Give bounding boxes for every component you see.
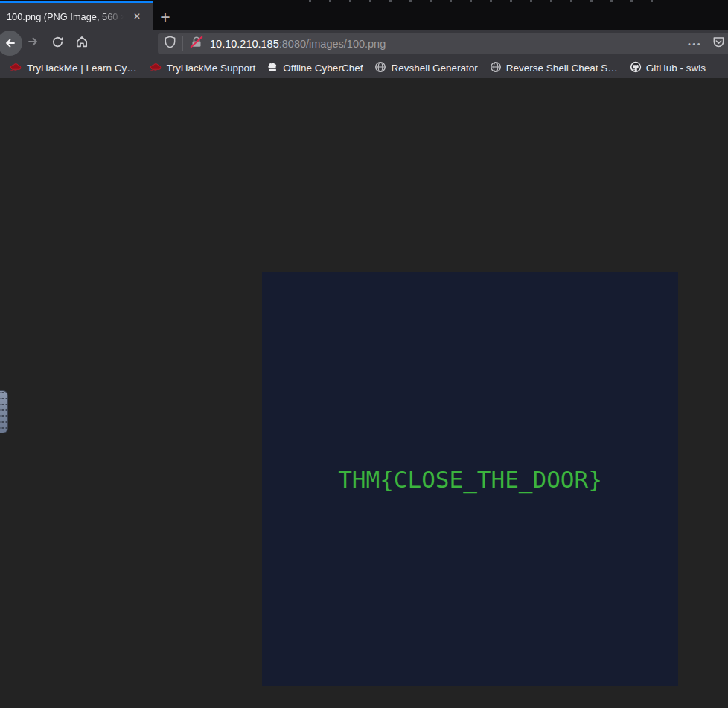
bookmark-tryhackme-support[interactable]: TryHackMe Support (143, 59, 262, 77)
reload-icon (51, 36, 64, 51)
bookmark-label: Reverse Shell Cheat S… (506, 63, 618, 74)
bookmark-github[interactable]: GitHub - swis (624, 59, 712, 77)
forward-button[interactable] (27, 36, 40, 50)
bookmark-label: TryHackMe Support (167, 63, 256, 74)
tab-title: 100.png (PNG Image, 560 × 5 (7, 11, 127, 22)
urlbar-divider (182, 36, 183, 51)
tryhackme-cloud-icon (9, 62, 27, 74)
url-path: :8080/images/100.png (279, 38, 386, 50)
vnc-control-bar-handle[interactable] (0, 390, 8, 433)
bookmark-reverse-shell-cheatsheet[interactable]: Reverse Shell Cheat S… (484, 59, 624, 77)
flag-text: THM{CLOSE_THE_DOOR} (338, 466, 602, 493)
url-bar[interactable]: 10.10.210.185:8080/images/100.png ••• (158, 33, 728, 54)
url-text[interactable]: 10.10.210.185:8080/images/100.png (210, 38, 386, 50)
url-host: 10.10.210.185 (210, 38, 279, 50)
bookmark-label: Revshell Generator (391, 63, 477, 74)
back-arrow-icon (3, 36, 16, 50)
bookmarks-bar: TryHackMe | Learn Cy… TryHackMe Support … (0, 57, 728, 78)
forward-arrow-icon (27, 35, 40, 51)
new-tab-button[interactable]: + (153, 6, 178, 28)
tab-close-button[interactable]: ✕ (129, 8, 145, 25)
insecure-lock-icon[interactable] (189, 36, 204, 51)
clipped-window-text (309, 0, 666, 2)
page-actions-button[interactable]: ••• (688, 39, 702, 48)
chef-hat-icon (267, 61, 283, 75)
reload-button[interactable] (51, 36, 64, 50)
bookmark-label: TryHackMe | Learn Cy… (27, 63, 137, 74)
tryhackme-cloud-icon (149, 62, 167, 74)
browser-tab-active[interactable]: 100.png (PNG Image, 560 × 5 ✕ (0, 1, 153, 30)
tracking-protection-shield-icon[interactable] (164, 36, 176, 51)
home-button[interactable] (75, 36, 89, 50)
bookmark-label: Offline CyberChef (283, 63, 363, 74)
home-icon (75, 35, 89, 51)
pocket-icon[interactable] (712, 36, 725, 51)
bookmark-revshell-generator[interactable]: Revshell Generator (368, 59, 483, 77)
github-icon (630, 61, 646, 75)
bookmark-label: GitHub - swis (646, 63, 706, 74)
bookmark-tryhackme-learn[interactable]: TryHackMe | Learn Cy… (3, 59, 143, 77)
globe-icon (490, 61, 506, 75)
viewed-png-image: THM{CLOSE_THE_DOOR} (262, 272, 678, 686)
bookmark-offline-cyberchef[interactable]: Offline CyberChef (261, 59, 368, 77)
globe-icon (374, 61, 391, 75)
